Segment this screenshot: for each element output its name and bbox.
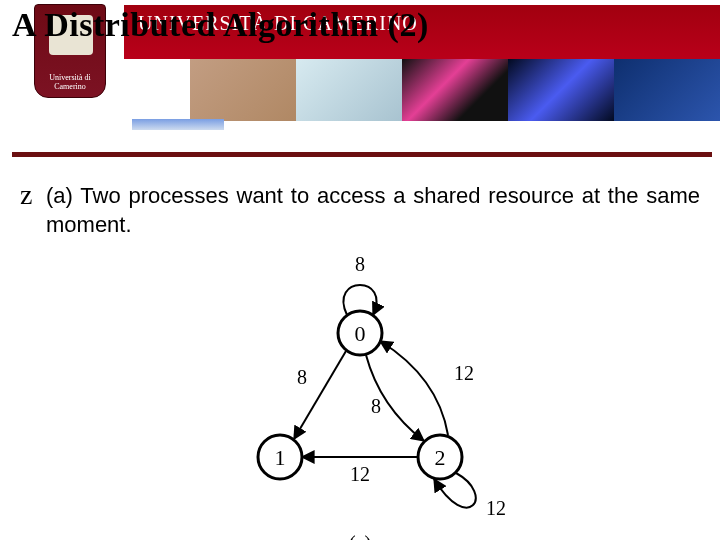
node-0-label: 0 (355, 321, 366, 346)
header-image-strip (190, 59, 720, 121)
node-2-label: 2 (435, 445, 446, 470)
node-1-label: 1 (275, 445, 286, 470)
edge-2-0-label: 12 (454, 362, 474, 384)
bullet-text: (a) Two processes want to access a share… (46, 182, 700, 239)
edge-2-self-label: 12 (486, 497, 506, 519)
slide-title: A Distributed Algorithm (2) (12, 6, 429, 44)
diagram-caption: (a) (210, 532, 510, 540)
bullet-marker: z (20, 182, 46, 239)
header-image-5 (614, 59, 720, 121)
edge-0-1-label: 8 (297, 366, 307, 388)
edge-2-1-label: 12 (350, 463, 370, 485)
edge-2-0 (380, 341, 448, 435)
slide-body: z (a) Two processes want to access a sha… (20, 182, 700, 540)
crest-label: Università di Camerino (35, 73, 105, 91)
edge-0-self-label: 8 (355, 257, 365, 275)
header-image-4 (508, 59, 614, 121)
bullet-item: z (a) Two processes want to access a sha… (20, 182, 700, 239)
header-blue-accent (132, 119, 224, 130)
title-underline (12, 152, 712, 157)
edge-0-1 (294, 351, 346, 439)
header-image-2 (296, 59, 402, 121)
header-image-3 (402, 59, 508, 121)
edge-0-2-label: 8 (371, 395, 381, 417)
diagram: 0 1 2 8 8 8 12 12 12 (a) (210, 257, 510, 540)
header-image-1 (190, 59, 296, 121)
